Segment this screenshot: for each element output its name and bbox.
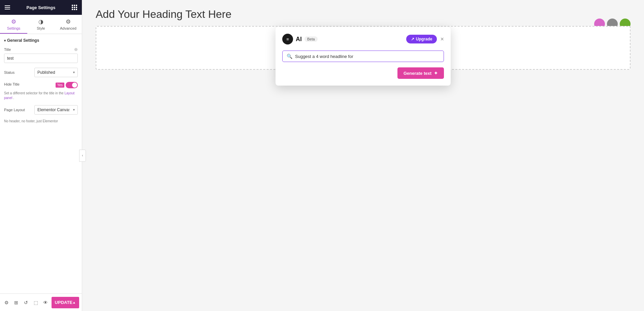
title-input[interactable] [4,54,78,63]
update-chevron-icon: ▲ [72,301,76,304]
hide-title-label: Hide Title [4,82,20,86]
ai-modal-overlay: ≡ AI Beta ↗ Upgrade × 🔍 [82,0,644,311]
settings-tab-label: Settings [7,26,21,30]
ai-modal-label: AI [296,36,302,43]
hide-title-toggle-container: Yes [56,82,78,88]
modal-footer: Generate text ✦ [282,67,444,79]
sidebar-title: Page Settings [27,5,56,10]
ai-prompt-input[interactable] [295,54,440,59]
sidebar: Page Settings ⚙ Settings ◑ Style ⚙ Advan… [0,0,82,311]
beta-badge: Beta [304,36,318,42]
section-title-label: General Settings [7,38,39,43]
page-layout-label: Page Layout [4,108,34,112]
modal-header-left: ≡ AI Beta [282,34,318,44]
page-layout-hint: No header, no footer, just Elementor [4,119,78,123]
hide-title-row: Hide Title Yes [4,82,78,88]
main-content: Add Your Heading Text Here ≡ AI Beta [82,0,644,311]
sidebar-bottom-bar: ⚙ ⊞ ↺ ⬚ 👁 UPDATE ▲ [0,293,82,311]
page-layout-select[interactable]: Elementor Canvas Default Full Width [34,105,78,115]
settings-tab-icon: ⚙ [11,18,16,25]
upgrade-icon: ↗ [411,37,414,41]
ai-modal-header: ≡ AI Beta ↗ Upgrade × [282,34,444,44]
modal-close-button[interactable]: × [440,36,444,42]
advanced-tab-icon: ⚙ [66,18,71,25]
general-settings-section: ▾ General Settings [4,38,78,43]
style-tab-label: Style [37,26,45,30]
modal-search-icon: 🔍 [287,54,292,59]
hide-title-toggle[interactable] [66,82,78,88]
layers-bottom-icon[interactable]: ⊞ [12,297,20,308]
responsive-bottom-icon[interactable]: ⬚ [32,297,40,308]
generate-text-label: Generate text [404,71,431,76]
style-tab-icon: ◑ [38,18,43,25]
title-field-icon[interactable]: ⊕ [74,47,78,52]
advanced-tab-label: Advanced [60,26,76,30]
sidebar-content: ▾ General Settings Title ⊕ Status Publis… [0,34,82,293]
hamburger-menu-icon[interactable] [5,5,10,9]
section-chevron-icon: ▾ [4,39,6,42]
tab-style[interactable]: ◑ Style [27,15,55,34]
sidebar-header: Page Settings [0,0,82,15]
tab-settings[interactable]: ⚙ Settings [0,15,27,34]
generate-sparkle-icon: ✦ [434,70,438,76]
eye-bottom-icon[interactable]: 👁 [42,297,50,308]
title-field-row: Title ⊕ [4,47,78,63]
title-field-label: Title ⊕ [4,47,78,52]
elementor-logo: ≡ [282,34,293,44]
page-layout-select-wrapper: Elementor Canvas Default Full Width ▼ [34,105,78,115]
layout-hint-text: Set a different selector for the title i… [4,91,78,100]
tab-advanced[interactable]: ⚙ Advanced [55,15,82,34]
status-select[interactable]: Published Draft Pending Review Private [34,68,78,77]
sidebar-tabs: ⚙ Settings ◑ Style ⚙ Advanced [0,15,82,34]
upgrade-label: Upgrade [416,37,432,41]
toggle-yes-label: Yes [56,83,64,88]
generate-text-button[interactable]: Generate text ✦ [397,67,444,79]
settings-bottom-icon[interactable]: ⚙ [3,297,10,308]
modal-search-row: 🔍 [282,51,444,62]
status-field-label: Status [4,70,34,74]
update-button-label: UPDATE [55,300,72,305]
upgrade-button[interactable]: ↗ Upgrade [406,35,437,43]
status-select-wrapper: Published Draft Pending Review Private ▼ [34,68,78,77]
ai-modal: ≡ AI Beta ↗ Upgrade × 🔍 [276,27,451,86]
modal-header-right: ↗ Upgrade × [406,35,444,43]
status-field-row: Status Published Draft Pending Review Pr… [4,68,78,77]
page-layout-field-row: Page Layout Elementor Canvas Default Ful… [4,105,78,115]
grid-menu-icon[interactable] [72,5,77,10]
update-button[interactable]: UPDATE ▲ [52,297,79,308]
history-bottom-icon[interactable]: ↺ [22,297,30,308]
